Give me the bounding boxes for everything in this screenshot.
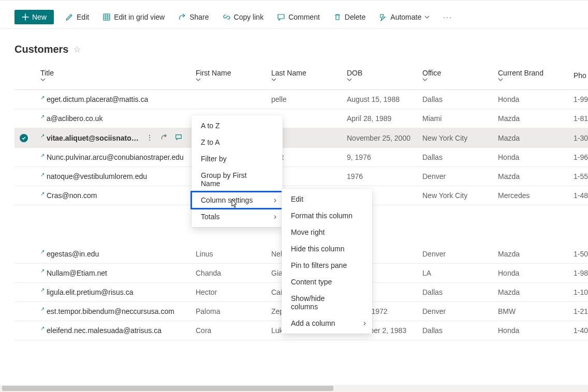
row-select-cell[interactable]: [14, 301, 40, 321]
cell-title[interactable]: ↗ligula.elit.pretium@risus.ca: [40, 282, 196, 301]
menu-z-to-a[interactable]: Z to A: [192, 134, 283, 150]
header-first-name[interactable]: First Name: [196, 62, 271, 90]
new-button[interactable]: New: [14, 10, 54, 24]
submenu-move-right[interactable]: Move right: [282, 224, 372, 240]
open-item-icon: ↗: [40, 172, 45, 177]
delete-button[interactable]: Delete: [331, 11, 368, 23]
header-office[interactable]: Office: [422, 62, 498, 90]
row-select-cell[interactable]: [14, 128, 40, 148]
table-row[interactable]: ↗vitae.aliquet@sociisnato…⋮ithNovember 2…: [14, 128, 588, 148]
row-select-cell[interactable]: [14, 90, 40, 109]
open-item-icon: ↗: [40, 191, 45, 197]
cell-dob: August 15, 1988: [347, 90, 422, 109]
menu-a-to-z[interactable]: A to Z: [192, 117, 283, 134]
ellipsis-icon: ···: [443, 13, 452, 21]
cell-title[interactable]: ↗Cras@non.com: [40, 186, 196, 205]
cell-first: Paloma: [196, 301, 271, 321]
table-row[interactable]: ↗eget.dictum.placerat@mattis.capelleAugu…: [14, 90, 588, 109]
submenu-show-hide[interactable]: Show/hide columns: [282, 290, 372, 315]
submenu-pin[interactable]: Pin to filters pane: [282, 257, 372, 274]
favorite-star-icon[interactable]: ☆: [74, 44, 81, 54]
table-row[interactable]: ↗Nunc.pulvinar.arcu@conubianostraper.edu…: [14, 148, 588, 167]
cell-title[interactable]: ↗Nunc.pulvinar.arcu@conubianostraper.edu: [40, 148, 196, 167]
cell-office: Dallas: [422, 148, 498, 167]
checkmark-icon: [20, 134, 28, 142]
cell-first: Linus: [196, 245, 271, 264]
cell-title[interactable]: ↗est.tempor.bibendum@neccursusa.com: [40, 301, 196, 321]
header-dob[interactable]: DOB: [347, 62, 422, 90]
row-select-cell[interactable]: [14, 282, 40, 301]
cursor-icon: [230, 198, 239, 211]
header-last-name[interactable]: Last Name: [271, 62, 347, 90]
cell-office: New York City: [422, 128, 498, 148]
page-root: New Edit Edit in grid view Share Copy li…: [0, 0, 588, 392]
row-select-cell[interactable]: [14, 245, 40, 264]
header-last-name-label: Last Name: [271, 69, 306, 77]
submenu-hide[interactable]: Hide this column: [282, 240, 372, 257]
cell-first: [196, 90, 271, 109]
share-icon: [178, 13, 186, 21]
open-item-icon: ↗: [40, 95, 45, 100]
edit-button[interactable]: Edit: [63, 11, 91, 23]
menu-filter-by[interactable]: Filter by: [192, 150, 283, 167]
submenu-add-column[interactable]: Add a column: [282, 315, 372, 331]
row-select-cell[interactable]: [14, 148, 40, 167]
cell-title[interactable]: ↗egestas@in.edu: [40, 245, 196, 264]
cell-phone: 1-99: [574, 90, 588, 109]
cell-phone: 1-81: [574, 109, 588, 128]
cell-office: New York City: [422, 186, 498, 205]
automate-button[interactable]: Automate: [377, 11, 432, 23]
row-select-cell[interactable]: [14, 263, 40, 282]
scrollbar-thumb[interactable]: [2, 386, 333, 391]
cell-phone: 1-98: [574, 263, 588, 282]
cell-title-text: eget.dictum.placerat@mattis.ca: [47, 95, 148, 103]
row-select-cell[interactable]: [14, 167, 40, 186]
cell-dob: 9, 1976: [347, 148, 422, 167]
row-share-icon[interactable]: [160, 133, 168, 142]
cell-brand: Honda: [498, 148, 574, 167]
header-brand[interactable]: Current Brand: [498, 62, 574, 90]
comment-button[interactable]: Comment: [275, 11, 322, 23]
copy-link-button[interactable]: Copy link: [220, 11, 266, 23]
cell-brand: Mazda: [498, 167, 574, 186]
trash-icon: [333, 13, 342, 21]
row-select-cell[interactable]: [14, 186, 40, 205]
cell-title[interactable]: ↗eleifend.nec.malesuada@atrisus.ca: [40, 321, 196, 340]
cell-title-text: Cras@non.com: [47, 191, 97, 200]
cell-first: Chanda: [196, 263, 271, 282]
more-button[interactable]: ···: [441, 11, 454, 23]
cell-office: Dallas: [422, 321, 498, 340]
table-row[interactable]: ↗natoque@vestibulumlorem.edu1976DenverMa…: [14, 167, 588, 186]
row-comment-icon[interactable]: [175, 133, 182, 142]
edit-grid-button[interactable]: Edit in grid view: [100, 11, 167, 23]
cell-brand: BMW: [498, 301, 574, 321]
cell-office: Denver: [422, 167, 498, 186]
header-phone[interactable]: Pho: [574, 62, 588, 90]
cell-title-text: a@aclibero.co.uk: [47, 114, 102, 123]
cell-title[interactable]: ↗vitae.aliquet@sociisnato…⋮: [40, 128, 196, 148]
share-button[interactable]: Share: [176, 11, 211, 23]
submenu-edit[interactable]: Edit: [282, 191, 372, 207]
menu-group-by[interactable]: Group by First Name: [192, 167, 283, 192]
row-select-cell[interactable]: [14, 109, 40, 128]
chevron-down-icon: [424, 14, 430, 20]
cell-title[interactable]: ↗Nullam@Etiam.net: [40, 263, 196, 282]
plus-icon: [22, 13, 29, 21]
row-select-cell[interactable]: [14, 321, 40, 340]
cell-title-text: Nunc.pulvinar.arcu@conubianostraper.edu: [47, 153, 184, 161]
horizontal-scrollbar[interactable]: [0, 385, 588, 392]
submenu-format[interactable]: Format this column: [282, 207, 372, 224]
cell-title[interactable]: ↗natoque@vestibulumlorem.edu: [40, 167, 196, 186]
cell-brand: Mazda: [498, 245, 574, 264]
cell-phone: 1-40: [574, 321, 588, 340]
table-row[interactable]: ↗a@aclibero.co.ukithApril 28, 1989MiamiM…: [14, 109, 588, 128]
header-select[interactable]: [14, 62, 40, 90]
automate-label: Automate: [390, 13, 421, 21]
header-title[interactable]: Title: [40, 62, 196, 90]
cell-title[interactable]: ↗a@aclibero.co.uk: [40, 109, 196, 128]
cell-title[interactable]: ↗eget.dictum.placerat@mattis.ca: [40, 90, 196, 109]
row-more-icon[interactable]: ⋮: [146, 133, 153, 142]
submenu-content-type[interactable]: Content type: [282, 274, 372, 290]
header-dob-label: DOB: [347, 69, 362, 77]
copy-link-label: Copy link: [234, 13, 264, 21]
